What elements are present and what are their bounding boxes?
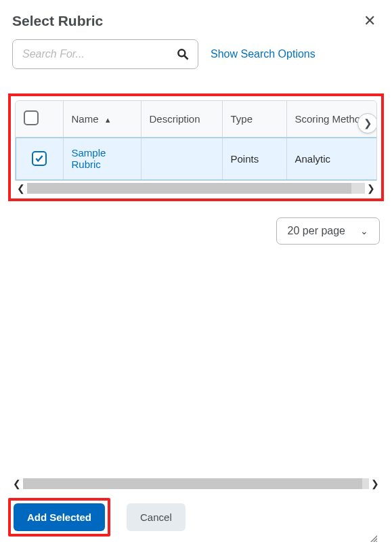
table-scroll-right-button[interactable]: ❯ xyxy=(357,113,377,133)
spacer xyxy=(12,245,380,478)
dialog-hscroll-left[interactable]: ❮ xyxy=(11,478,23,490)
hscroll-left-arrow[interactable]: ❮ xyxy=(15,182,27,194)
dialog-hscroll-thumb[interactable] xyxy=(23,478,362,489)
row-scoring-method-cell: Analytic xyxy=(286,138,377,180)
search-box[interactable] xyxy=(12,39,198,69)
svg-point-0 xyxy=(178,49,185,56)
chevron-down-icon: ⌄ xyxy=(360,226,368,236)
hscroll-track[interactable] xyxy=(27,183,365,194)
chevron-right-icon: ❯ xyxy=(364,117,372,129)
add-selected-highlight: Add Selected xyxy=(8,498,110,537)
table-highlight: Name ▲ Description Type Scoring Method xyxy=(8,93,384,201)
row-checkbox[interactable] xyxy=(32,151,47,166)
cancel-button[interactable]: Cancel xyxy=(127,503,186,531)
row-description-cell xyxy=(141,138,222,180)
header-select-all[interactable] xyxy=(16,101,63,138)
dialog-hscroll-track[interactable] xyxy=(23,478,369,489)
select-rubric-dialog: Select Rubric ✕ Show Search Options xyxy=(0,0,392,546)
dialog-header: Select Rubric ✕ xyxy=(12,12,380,30)
hscroll-right-arrow[interactable]: ❯ xyxy=(365,182,377,194)
table-hscrollbar[interactable]: ❮ ❯ xyxy=(15,182,377,194)
per-page-select[interactable]: 20 per page ⌄ xyxy=(276,217,380,245)
per-page-label: 20 per page xyxy=(288,225,345,237)
dialog-footer: Add Selected Cancel xyxy=(12,494,380,546)
row-name-cell[interactable]: Sample Rubric xyxy=(63,138,141,180)
header-name-label: Name xyxy=(72,113,99,125)
pagination-row: 20 per page ⌄ xyxy=(12,217,380,245)
show-search-options-link[interactable]: Show Search Options xyxy=(211,48,315,60)
header-description[interactable]: Description xyxy=(141,101,222,138)
resize-grip-icon[interactable] xyxy=(368,532,378,543)
hscroll-thumb[interactable] xyxy=(27,183,351,194)
header-name[interactable]: Name ▲ xyxy=(63,101,141,138)
row-type-cell: Points xyxy=(222,138,286,180)
search-icon[interactable] xyxy=(176,47,190,61)
table-row[interactable]: Sample Rubric Points Analytic xyxy=(16,138,377,180)
table-header-row: Name ▲ Description Type Scoring Method xyxy=(16,101,377,138)
dialog-title: Select Rubric xyxy=(12,13,103,29)
dialog-hscroll-right[interactable]: ❯ xyxy=(369,478,381,490)
search-row: Show Search Options xyxy=(12,39,380,69)
add-selected-button[interactable]: Add Selected xyxy=(14,503,105,531)
rubric-table: Name ▲ Description Type Scoring Method xyxy=(16,101,377,180)
close-icon: ✕ xyxy=(364,12,376,29)
search-input[interactable] xyxy=(21,47,176,61)
close-button[interactable]: ✕ xyxy=(360,12,380,30)
rubric-table-wrapper: Name ▲ Description Type Scoring Method xyxy=(15,100,377,181)
row-checkbox-cell[interactable] xyxy=(16,138,63,180)
sort-asc-icon: ▲ xyxy=(104,116,112,124)
header-type[interactable]: Type xyxy=(222,101,286,138)
select-all-checkbox[interactable] xyxy=(24,110,39,125)
svg-line-1 xyxy=(185,56,188,60)
dialog-hscrollbar[interactable]: ❮ ❯ xyxy=(11,478,381,490)
